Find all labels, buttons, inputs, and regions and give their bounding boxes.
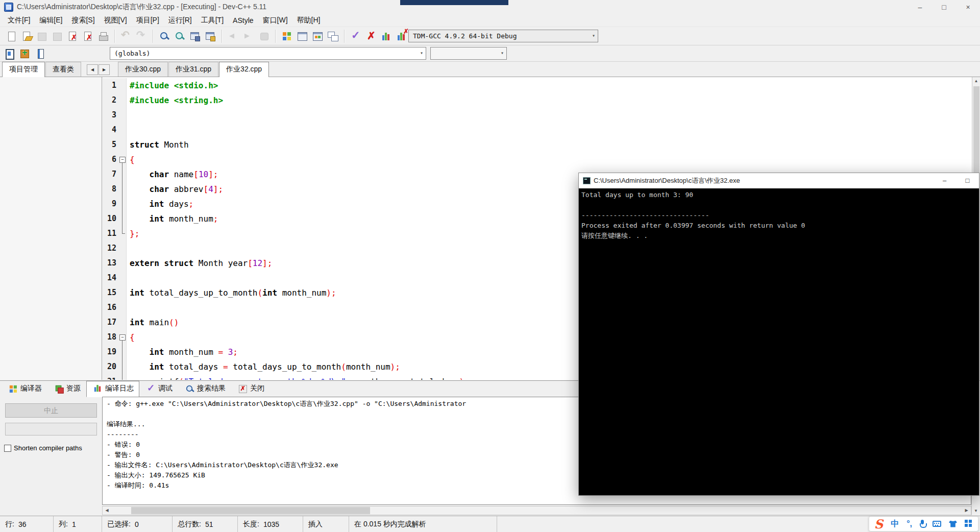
close-all-button[interactable] [80, 29, 95, 43]
fold-marker[interactable] [119, 226, 127, 241]
bottom-tab-debug[interactable]: 调试 [139, 381, 178, 397]
replace-button[interactable] [187, 29, 203, 43]
compile-button[interactable] [279, 29, 295, 43]
menu-execute[interactable]: 运行[R] [164, 15, 197, 26]
bottom-tab-compile-log[interactable]: 编译日志 [86, 381, 139, 397]
code-text: int month_num; [127, 211, 218, 226]
scroll-right-icon[interactable]: ▶ [962, 506, 971, 515]
close-button[interactable]: × [956, 0, 980, 14]
microphone-icon[interactable] [920, 520, 925, 528]
console-line [581, 200, 976, 210]
compiler-config-dropdown[interactable]: TDM-GCC 4.9.2 64-bit Debug▾ [408, 30, 598, 42]
abort-compilation-button[interactable] [363, 29, 379, 43]
shorten-paths-checkbox[interactable] [4, 445, 11, 452]
console-minimize-button[interactable]: – [933, 173, 956, 188]
punctuation-icon[interactable]: °, [906, 519, 912, 528]
fold-column [119, 300, 127, 315]
sidebar-tab-project-manager[interactable]: 项目管理 [2, 62, 45, 77]
add-to-project-button[interactable] [17, 46, 33, 61]
fold-marker[interactable] [119, 330, 127, 345]
minimize-button[interactable]: – [908, 0, 932, 14]
code-text: { [127, 152, 135, 167]
log-horizontal-scrollbar[interactable]: ◀ ▶ [102, 506, 971, 515]
fold-column [119, 241, 127, 256]
line-number: 13 [103, 256, 119, 271]
code-text: printf("Total days up to month %d: %d\n"… [127, 374, 469, 380]
profile-analysis-button[interactable] [379, 29, 394, 43]
bottom-tab-label: 调试 [158, 384, 173, 393]
scroll-left-icon[interactable]: ◀ [103, 506, 111, 515]
window-title: C:\Users\Administrator\Desktop\c语言\作业32.… [17, 3, 266, 12]
fold-marker[interactable] [119, 374, 127, 380]
open-file-button[interactable] [19, 29, 34, 43]
fold-marker[interactable] [119, 167, 127, 182]
sidebar-tab-class-viewer[interactable]: 查看类 [45, 62, 81, 77]
menu-edit[interactable]: 编辑[E] [35, 15, 67, 26]
new-unit-button[interactable] [2, 46, 17, 61]
find-in-files-button[interactable] [172, 29, 187, 43]
menu-astyle[interactable]: AStyle [228, 15, 258, 26]
code-text [127, 241, 130, 256]
run-button[interactable] [295, 29, 310, 43]
menu-help[interactable]: 帮助[H] [292, 15, 325, 26]
remove-from-project-icon [34, 47, 46, 60]
delete-profiling-button[interactable]: ✗ [394, 29, 409, 43]
fold-marker[interactable] [119, 359, 127, 374]
save-icon [36, 30, 48, 42]
open-file-icon [20, 30, 33, 42]
nav-back-button [226, 29, 241, 43]
tab-scroll-left-button[interactable]: ◀ [87, 64, 98, 75]
fold-marker[interactable] [119, 197, 127, 211]
syntax-check-button[interactable] [348, 29, 363, 43]
print-button[interactable] [95, 29, 111, 43]
bottom-tab-compiler[interactable]: 编译器 [2, 381, 47, 397]
find-button[interactable] [157, 29, 172, 43]
maximize-button[interactable]: □ [932, 0, 956, 14]
scroll-up-icon[interactable]: ▲ [972, 77, 980, 85]
console-maximize-button[interactable]: □ [956, 173, 979, 188]
abort-compilation-icon [365, 30, 377, 42]
console-title-bar[interactable]: C:\Users\Administrator\Desktop\c语言\作业32.… [579, 173, 979, 188]
keyboard-icon[interactable] [933, 521, 941, 527]
compile-run-button[interactable] [310, 29, 325, 43]
close-file-button[interactable] [65, 29, 80, 43]
menu-window[interactable]: 窗口[W] [258, 15, 292, 26]
file-tab-31[interactable]: 作业31.cpp [168, 62, 218, 77]
file-tab-30[interactable]: 作业30.cpp [118, 62, 168, 77]
abort-button[interactable]: 中止 [5, 403, 97, 418]
fold-marker[interactable] [119, 211, 127, 226]
fold-marker[interactable] [119, 152, 127, 167]
log-hscroll-thumb[interactable] [131, 507, 370, 514]
tab-scroll-right-button[interactable]: ▶ [99, 64, 110, 75]
nav-forward-button [241, 29, 256, 43]
console-window[interactable]: C:\Users\Administrator\Desktop\c语言\作业32.… [578, 173, 979, 496]
menu-project[interactable]: 项目[P] [132, 15, 164, 26]
menu-tools[interactable]: 工具[T] [197, 15, 228, 26]
code-text: #include <string.h> [127, 93, 223, 108]
fold-column [119, 78, 127, 93]
bottom-tab-close[interactable]: 关闭 [231, 381, 270, 397]
scroll-down-icon[interactable]: ▼ [972, 506, 980, 515]
sogou-logo[interactable]: S [874, 517, 883, 531]
sogou-ime-toolbar: S中°, [869, 516, 978, 531]
skin-icon[interactable] [949, 521, 957, 527]
new-file-button[interactable] [4, 29, 19, 43]
class-member-dropdown[interactable]: ▾ [430, 47, 507, 60]
goto-function-button[interactable] [203, 29, 218, 43]
rebuild-all-button[interactable] [325, 29, 340, 43]
remove-from-project-button[interactable] [33, 46, 48, 61]
menu-view[interactable]: 视图[V] [100, 15, 132, 26]
globals-dropdown[interactable]: (globals)▾ [110, 47, 426, 60]
console-output: Total days up to month 3: 90 -----------… [579, 188, 979, 495]
menu-file[interactable]: 文件[F] [3, 15, 35, 26]
fold-marker[interactable] [119, 345, 127, 359]
file-tab-32[interactable]: 作业32.cpp [219, 62, 269, 77]
bottom-tab-search-results[interactable]: 搜索结果 [178, 381, 231, 397]
menu-search[interactable]: 搜索[S] [67, 15, 99, 26]
chinese-mode-icon[interactable]: 中 [891, 519, 899, 529]
bottom-tab-resources[interactable]: 资源 [47, 381, 86, 397]
fold-marker[interactable] [119, 182, 127, 197]
background-window-strip [400, 0, 508, 5]
code-text: char abbrev[4]; [127, 182, 223, 197]
toolbox-icon[interactable] [965, 520, 973, 528]
